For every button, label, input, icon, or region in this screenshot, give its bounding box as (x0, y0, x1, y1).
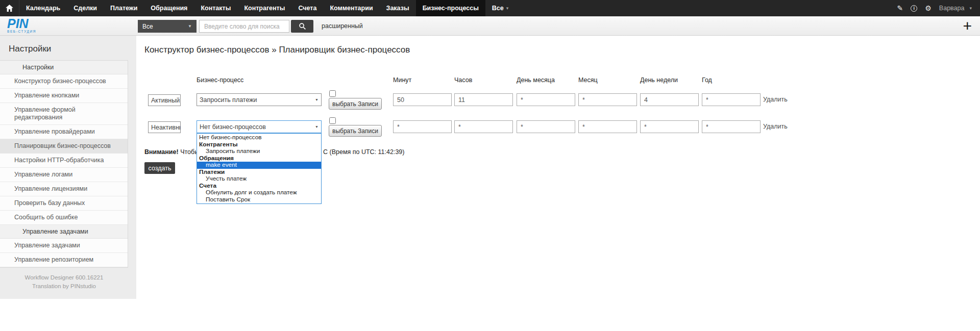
row2-day-of-month-input[interactable] (517, 120, 575, 133)
nav-item-orders[interactable]: Заказы (380, 0, 416, 16)
advanced-search-link[interactable]: расширенный (322, 20, 363, 33)
column-header-day-of-week: День недели (640, 77, 678, 84)
row1-status-value: Активный (151, 97, 180, 104)
user-menu[interactable]: Варвара ▾ (939, 5, 972, 12)
sidebar-item-http-handler-settings[interactable]: Настройки HTTP-обработчика (0, 154, 128, 168)
chevron-down-icon: ▾ (506, 6, 509, 11)
row2-minutes-input[interactable] (393, 120, 452, 133)
row2-hours-input[interactable] (454, 120, 513, 133)
chevron-down-icon: ▼ (188, 24, 192, 29)
dropdown-option-make-event[interactable]: make event (197, 162, 321, 169)
row2-day-of-week-input[interactable] (640, 120, 699, 133)
nav-item-deals[interactable]: Сделки (67, 0, 104, 16)
sidebar-item-process-designer[interactable]: Конструктор бизнес-процессов (0, 74, 128, 89)
process-select-dropdown: Нет бизнес-процессов Контрагенты Запроси… (197, 133, 322, 204)
workflow-designer-version: Workflow Designer 600.16221 (0, 273, 128, 282)
chevron-down-icon: ▾ (969, 6, 972, 11)
nav-item-contacts[interactable]: Контакты (194, 0, 237, 16)
sidebar-item-task-management[interactable]: Управление задачами (0, 239, 128, 253)
nav-item-requests[interactable]: Обращения (144, 0, 194, 16)
sidebar-menu: Настройки Конструктор бизнес-процессов У… (0, 60, 128, 268)
sidebar-item-button-management[interactable]: Управление кнопками (0, 89, 128, 103)
sidebar-item-provider-management[interactable]: Управление провайдерами (0, 125, 128, 139)
row2-process-value: Нет бизнес-процессов (200, 123, 266, 131)
column-header-minutes: Минут (393, 77, 411, 84)
row2-select-records-checkbox[interactable] (329, 117, 336, 124)
row1-day-of-month-input[interactable] (517, 93, 575, 106)
row1-process-value: Запросить платежи (200, 96, 257, 104)
chevron-down-icon: ▼ (313, 98, 318, 101)
dropdown-group-requests: Обращения (197, 155, 321, 162)
dropdown-option-zero-debt-create-payment[interactable]: Обнулить долг и создать платеж (197, 189, 321, 196)
row1-delete-link[interactable]: Удалить (763, 96, 788, 103)
nav-item-comments[interactable]: Комментарии (323, 0, 379, 16)
top-navbar: Календарь Сделки Платежи Обращения Конта… (0, 0, 980, 16)
row1-month-input[interactable] (578, 93, 637, 106)
nav-item-accounts[interactable]: Счета (291, 0, 323, 16)
logo-subtitle: ВЕБ-СТУДИЯ (7, 30, 36, 33)
add-button[interactable]: + (963, 16, 972, 36)
row1-year-input[interactable] (702, 93, 761, 106)
sidebar-item-process-scheduler[interactable]: Планировщик бизнес-процессов (0, 139, 128, 154)
main-content: Конструктор бизнес-процессов » Планировщ… (136, 36, 980, 331)
row2-process-select[interactable]: Нет бизнес-процессов ▼ (197, 120, 322, 133)
home-icon (6, 5, 13, 12)
sidebar-item-edit-form-management[interactable]: Управление формой редактирования (0, 103, 128, 125)
translation-credit: Translation by PINstudio (0, 282, 128, 291)
warning-text-right: С (Время по UTC: 11:42:39) (323, 148, 404, 156)
dropdown-option-record-payment[interactable]: Учесть платеж (197, 175, 321, 183)
create-button[interactable]: создать (144, 162, 175, 174)
chevron-down-icon: ▼ (180, 98, 181, 102)
row1-status-select[interactable]: Активный ▼ (148, 94, 181, 106)
row1-select-records-checkbox[interactable] (329, 90, 336, 97)
nav-item-calendar[interactable]: Календарь (19, 0, 67, 16)
info-icon[interactable]: i (911, 5, 917, 12)
sidebar-item-check-database[interactable]: Проверить базу данных (0, 196, 128, 211)
dropdown-option-set-deadline[interactable]: Поставить Срок (197, 196, 321, 203)
search-button[interactable] (291, 20, 313, 33)
search-input[interactable] (199, 20, 289, 33)
sidebar-section-settings[interactable]: Настройки (0, 61, 128, 74)
column-header-month: Месяц (578, 77, 598, 84)
search-scope-value: Все (142, 23, 153, 30)
nav-item-payments[interactable]: Платежи (104, 0, 144, 16)
dropdown-option-request-payments[interactable]: Запросить платежи (197, 148, 321, 155)
column-header-process: Бизнес-процесс (197, 77, 243, 84)
dropdown-group-counterparties: Контрагенты (197, 141, 321, 148)
user-name: Варвара (939, 5, 965, 12)
sidebar-title: Настройки (0, 36, 136, 60)
row2-delete-link[interactable]: Удалить (763, 123, 788, 130)
nav-item-counterparties[interactable]: Контрагенты (237, 0, 291, 16)
row2-status-value: Неактивны (151, 124, 181, 131)
row2-status-select[interactable]: Неактивны ▼ (148, 121, 181, 133)
dropdown-group-payments: Платежи (197, 169, 321, 176)
sidebar-item-report-error[interactable]: Сообщить об ошибке (0, 211, 128, 225)
nav-item-business-processes[interactable]: Бизнес-процессы (416, 0, 485, 16)
row1-hours-input[interactable] (454, 93, 513, 106)
sidebar-item-log-management[interactable]: Управление логами (0, 168, 128, 182)
home-button[interactable] (0, 0, 19, 16)
sidebar-section-task-management[interactable]: Управление задачами (0, 225, 128, 239)
secondary-toolbar: PIN ВЕБ-СТУДИЯ Все ▼ расширенный + (0, 16, 980, 36)
column-header-year: Год (702, 77, 712, 84)
row1-minutes-input[interactable] (393, 93, 452, 106)
gear-icon[interactable]: ⚙ (925, 4, 932, 12)
nav-item-all[interactable]: Все ▾ (485, 0, 515, 16)
app-logo[interactable]: PIN ВЕБ-СТУДИЯ (7, 17, 36, 33)
row1-day-of-week-input[interactable] (640, 93, 699, 106)
search-scope-select[interactable]: Все ▼ (138, 20, 197, 33)
page-title: Конструктор бизнес-процессов » Планировщ… (144, 45, 410, 55)
row2-month-input[interactable] (578, 120, 637, 133)
edit-icon[interactable]: ✎ (897, 4, 903, 12)
sidebar-item-repository-management[interactable]: Управление репозиторием (0, 253, 128, 267)
sidebar-item-license-management[interactable]: Управление лицензиями (0, 182, 128, 196)
column-header-hours: Часов (454, 77, 472, 84)
row1-process-select[interactable]: Запросить платежи ▼ (197, 93, 322, 106)
row2-year-input[interactable] (702, 120, 761, 133)
row1-select-records-button[interactable]: выбрать Записи (329, 98, 382, 110)
warning-prefix: Внимание! (144, 148, 179, 156)
settings-sidebar: Настройки Настройки Конструктор бизнес-п… (0, 36, 136, 299)
row2-select-records-button[interactable]: выбрать Записи (329, 125, 382, 137)
chevron-down-icon: ▼ (313, 125, 318, 129)
dropdown-option-no-process[interactable]: Нет бизнес-процессов (197, 134, 321, 141)
